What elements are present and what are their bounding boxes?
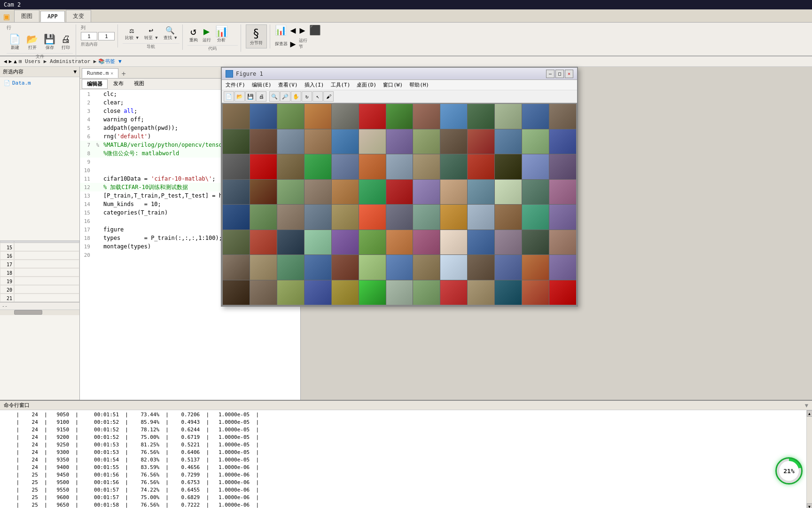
- editor-close-icon[interactable]: ✕: [110, 71, 113, 76]
- icon-stop[interactable]: ⬛: [309, 24, 321, 36]
- nav-up-btn[interactable]: ▲: [14, 58, 17, 64]
- img-cell-42: [277, 180, 304, 205]
- img-cell-93: [250, 280, 277, 305]
- fig-btn-brush[interactable]: 🖌: [323, 91, 334, 102]
- nav-bar: ◀ ▶ ▲ ⊞ Users ▶ Administrator ▶ 📚书签 ▼: [0, 56, 812, 67]
- img-cell-71: [359, 230, 386, 255]
- output-header: 命令行窗口 ▼: [0, 401, 812, 410]
- ribbon-btn-print[interactable]: 🖨 打印: [59, 32, 73, 52]
- figure-close-btn[interactable]: ✕: [565, 70, 573, 78]
- menu-window[interactable]: 窗口(W): [381, 81, 405, 89]
- editor-tab-active[interactable]: Runme.m ✕: [82, 68, 118, 78]
- ribbon-btn-open[interactable]: 📂 打开: [24, 32, 40, 52]
- row-input[interactable]: [81, 32, 97, 40]
- img-cell-61: [440, 205, 467, 230]
- output-body: | 24 | 9050 | 00:01:51 | 73.44% | 0.7206…: [0, 410, 812, 508]
- ribbon-btn-run[interactable]: ▶ 运行: [201, 24, 213, 44]
- ribbon-btn-reformat[interactable]: ↺ 重构: [187, 24, 200, 44]
- menu-help[interactable]: 帮助(H): [407, 81, 431, 89]
- sidebar-item-datam[interactable]: 📄 Data.m: [3, 79, 77, 87]
- grid-cell-17[interactable]: [14, 260, 79, 268]
- hscroll-thumb[interactable]: [14, 310, 42, 315]
- icon-chart-bar[interactable]: 📊: [275, 24, 287, 36]
- nav-bookmark[interactable]: 📚书签 ▼: [98, 58, 121, 65]
- fig-btn-select[interactable]: ↖: [312, 91, 323, 102]
- grid-row-19: 19: [0, 277, 14, 285]
- grid-cell-16[interactable]: [14, 251, 79, 260]
- ribbon-btn-new[interactable]: 📄 新建: [7, 32, 23, 52]
- fig-btn-zoom-out[interactable]: 🔎: [280, 91, 290, 102]
- fig-btn-save[interactable]: 💾: [245, 91, 256, 102]
- menu-file[interactable]: 文件(F): [224, 81, 247, 89]
- sub-tab-editor[interactable]: 编辑器: [82, 79, 108, 89]
- menu-desktop[interactable]: 桌面(D): [355, 81, 378, 89]
- nav-forward-btn[interactable]: ▶: [9, 58, 12, 64]
- output-scrollbar[interactable]: ▲ ▼: [806, 410, 812, 508]
- grid-cell-20[interactable]: [14, 285, 79, 294]
- workspace-grid: 15 16 17 18 19 20 21 --: [0, 240, 79, 400]
- img-cell-1: [223, 104, 250, 129]
- icon-forward[interactable]: ▶: [300, 24, 305, 36]
- scroll-down-btn[interactable]: ▼: [807, 503, 812, 508]
- fig-btn-new[interactable]: 📄: [224, 91, 234, 102]
- menu-tools[interactable]: 工具(T): [329, 81, 352, 89]
- img-cell-67: [250, 230, 277, 255]
- img-cell-28: [250, 154, 277, 179]
- output-close-icon[interactable]: ▼: [805, 402, 808, 409]
- ribbon-btn-section[interactable]: § 分节符: [246, 24, 267, 48]
- img-cell-37: [495, 154, 522, 179]
- ribbon-group-section: § 分节符: [243, 24, 270, 48]
- sub-tab-view[interactable]: 视图: [129, 79, 149, 89]
- ribbon-btn-save[interactable]: 💾 保存: [41, 32, 58, 52]
- inspector-label[interactable]: 探查器: [275, 41, 288, 47]
- img-cell-23: [468, 129, 494, 154]
- nav-back-btn[interactable]: ◀: [4, 58, 7, 64]
- ribbon-btn-compare[interactable]: ⚖ 比较 ▼: [123, 24, 141, 42]
- img-cell-50: [495, 180, 522, 205]
- grid-cell-18[interactable]: [14, 268, 79, 277]
- grid-cell-19[interactable]: [14, 277, 79, 285]
- scroll-up-btn[interactable]: ▲: [807, 410, 812, 417]
- img-cell-85: [386, 255, 413, 280]
- run2-icon[interactable]: ▶: [290, 38, 296, 49]
- fig-btn-rotate[interactable]: ↻: [302, 91, 312, 102]
- sidebar-header: 所选内容 ▼: [0, 67, 79, 77]
- img-cell-36: [468, 154, 494, 179]
- fig-btn-open[interactable]: 📂: [234, 91, 245, 102]
- hscroll-bar[interactable]: [0, 310, 79, 315]
- menu-edit[interactable]: 编辑(E): [250, 81, 273, 89]
- img-cell-94: [277, 280, 304, 305]
- figure-canvas: [222, 103, 577, 306]
- icon-back[interactable]: ◀: [290, 24, 296, 36]
- ribbon-btn-find[interactable]: 🔍 查找 ▼: [161, 24, 180, 42]
- fig-btn-print[interactable]: 🖨: [256, 91, 266, 102]
- tab-graph[interactable]: 图图: [14, 10, 39, 22]
- run-icon: ▶: [203, 25, 210, 37]
- img-cell-44: [332, 180, 359, 205]
- sub-tab-publish[interactable]: 发布: [109, 79, 128, 89]
- section-icon: §: [253, 27, 259, 40]
- save-label: 保存: [46, 45, 54, 51]
- col-input[interactable]: [98, 32, 115, 40]
- grid-cell-21[interactable]: [14, 294, 79, 302]
- figure-minimize-btn[interactable]: —: [546, 70, 554, 78]
- menu-view[interactable]: 查看(V): [276, 81, 300, 89]
- find-icon: 🔍: [165, 26, 175, 35]
- img-cell-34: [413, 154, 440, 179]
- menu-insert[interactable]: 插入(I): [303, 81, 326, 89]
- img-cell-79: [223, 255, 250, 280]
- figure-titlebar[interactable]: Figure 1 — □ ✕: [222, 68, 577, 80]
- figure-maximize-btn[interactable]: □: [555, 70, 564, 78]
- add-tab-btn[interactable]: +: [119, 70, 127, 78]
- fig-btn-pan[interactable]: ✋: [291, 91, 301, 102]
- tab-support[interactable]: 支变: [66, 10, 91, 22]
- ribbon-btn-analyze[interactable]: 📊 分析: [213, 24, 230, 44]
- ribbon-btn-goto[interactable]: ↩ 转至 ▼: [142, 24, 160, 42]
- run-section-label[interactable]: 运行节: [299, 38, 307, 50]
- matlab-logo-icon: ▣: [4, 11, 9, 22]
- fig-btn-zoom-in[interactable]: 🔍: [269, 91, 280, 102]
- sidebar-collapse-icon[interactable]: ▼: [73, 69, 77, 75]
- grid-cell-15[interactable]: [14, 243, 79, 251]
- img-cell-21: [413, 129, 440, 154]
- tab-app[interactable]: APP: [40, 11, 65, 22]
